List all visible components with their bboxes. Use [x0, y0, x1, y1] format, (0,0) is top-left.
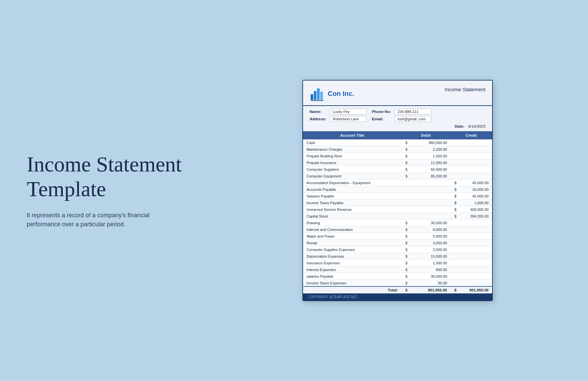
- date-label: Date:: [455, 124, 464, 128]
- account-cell: Depreciation Expenses: [303, 253, 402, 260]
- debit-cell: 11,000.00: [411, 159, 451, 166]
- table-row: Water and Power $ 5,000.00: [303, 233, 492, 240]
- total-debit: 901,955.00: [411, 286, 451, 293]
- debit-dollar-cell: [401, 213, 411, 220]
- debit-cell: 30,000.00: [411, 273, 451, 280]
- credit-dollar-cell: [450, 220, 460, 226]
- income-table: Account Title Debit Credit Cash $ 660,00…: [303, 131, 492, 293]
- credit-cell: [460, 246, 492, 253]
- table-row: Salaries Payable $ 45,000.00: [303, 193, 492, 200]
- credit-dollar-cell: [450, 266, 460, 273]
- debit-cell: 4,000.00: [411, 226, 451, 233]
- credit-cell: [460, 226, 492, 233]
- debit-dollar-cell: [401, 206, 411, 213]
- debit-dollar-cell: $: [401, 166, 411, 173]
- table-row: Rental $ 3,000.00: [303, 240, 492, 246]
- name-label: Name:: [310, 110, 330, 114]
- debit-dollar-cell: $: [401, 139, 411, 146]
- debit-cell: 5,000.00: [411, 233, 451, 240]
- account-cell: Computer Equipment: [303, 173, 402, 179]
- total-label-cell: Total:: [303, 286, 402, 293]
- credit-cell: [460, 280, 492, 287]
- account-cell: Drawing: [303, 220, 402, 226]
- table-row: Capital Stock $ 394,355.00: [303, 213, 492, 220]
- document: Con Inc. Income Statement Name: Lucky Fe…: [302, 80, 493, 301]
- debit-dollar-cell: $: [401, 159, 411, 166]
- debit-cell: 30,000.00: [411, 220, 451, 226]
- credit-dollar-cell: [450, 240, 460, 246]
- table-row: Income Taxes Expenses $ 95.00: [303, 280, 492, 287]
- debit-dollar-cell: $: [401, 266, 411, 273]
- credit-dollar-cell: [450, 139, 460, 146]
- account-cell: Water and Power: [303, 233, 402, 240]
- table-row: Drawing $ 30,000.00: [303, 220, 492, 226]
- credit-cell: [460, 273, 492, 280]
- address-row: Address: Robertson Lane Email: luck@gmai…: [310, 116, 485, 122]
- table-row: Computer Supplies Expenses $ 3,500.00: [303, 246, 492, 253]
- table-row: Computer Equipment $ 85,000.00: [303, 173, 492, 179]
- total-credit: 901,955.00: [460, 286, 492, 293]
- footer-bar: COPYRIGHT @TEMPLATE.NET: [303, 293, 492, 300]
- account-cell: Salaries Payable: [303, 193, 402, 200]
- account-cell: Insurance Expenses: [303, 260, 402, 266]
- credit-dollar-cell: $: [450, 193, 460, 200]
- account-cell: Computer Supplies Expenses: [303, 246, 402, 253]
- debit-cell: 95.00: [411, 280, 451, 287]
- debit-cell: 1,000.00: [411, 260, 451, 266]
- account-cell: Interest Expenses: [303, 266, 402, 273]
- debit-cell: 85,000.00: [411, 173, 451, 179]
- credit-cell: [460, 260, 492, 266]
- credit-cell: [460, 240, 492, 246]
- table-header-row: Account Title Debit Credit: [303, 132, 492, 139]
- left-panel: Income Statement Template It represents …: [0, 132, 207, 249]
- credit-dollar-cell: [450, 233, 460, 240]
- table-row: Cash $ 660,000.00: [303, 139, 492, 146]
- credit-dollar-cell: $: [450, 206, 460, 213]
- svg-rect-1: [314, 91, 316, 100]
- info-section: Name: Lucky Fey Phone No: 234-888-111 Ad…: [303, 106, 492, 131]
- debit-dollar-cell: [401, 200, 411, 206]
- credit-dollar-cell: [450, 280, 460, 287]
- credit-cell: [460, 153, 492, 159]
- svg-rect-3: [320, 92, 323, 100]
- table-row: Unearned Service Revenue $ 400,000.00: [303, 206, 492, 213]
- account-cell: Accumulated Depreciation - Equipment: [303, 179, 402, 186]
- debit-dollar-cell: $: [401, 146, 411, 153]
- debit-cell: 3,000.00: [411, 240, 451, 246]
- debit-dollar-cell: [401, 186, 411, 193]
- address-value: Robertson Lane: [330, 116, 366, 122]
- debit-dollar-cell: $: [401, 173, 411, 179]
- credit-dollar-cell: [450, 166, 460, 173]
- debit-dollar-cell: $: [401, 240, 411, 246]
- credit-dollar-cell: $: [450, 179, 460, 186]
- email-value: luck@gmail .com: [395, 116, 431, 122]
- credit-cell: [460, 159, 492, 166]
- debit-cell: 50,000.00: [411, 166, 451, 173]
- svg-rect-0: [311, 94, 313, 100]
- debit-cell: 15,000.00: [411, 253, 451, 260]
- debit-dollar-cell: $: [401, 260, 411, 266]
- col-account-title: Account Title: [303, 132, 402, 139]
- debit-dollar-cell: $: [401, 246, 411, 253]
- debit-dollar-cell: [401, 179, 411, 186]
- address-label: Address:: [310, 117, 330, 121]
- debit-cell: [411, 200, 451, 206]
- debit-cell: [411, 206, 451, 213]
- credit-dollar-cell: [450, 246, 460, 253]
- email-label: Email:: [372, 117, 395, 121]
- credit-cell: 394,355.00: [460, 213, 492, 220]
- credit-cell: [460, 266, 492, 273]
- credit-dollar-cell: [450, 226, 460, 233]
- table-row: Prepaid Insurance $ 11,000.00: [303, 159, 492, 166]
- svg-rect-2: [317, 89, 320, 100]
- name-value: Lucky Fey: [330, 109, 366, 115]
- debit-dollar-cell: [401, 193, 411, 200]
- account-cell: Prepaid Building Rent: [303, 153, 402, 159]
- debit-cell: 660.00: [411, 266, 451, 273]
- account-cell: Maintenance Charges: [303, 146, 402, 153]
- debit-cell: 2,200.00: [411, 146, 451, 153]
- debit-dollar-cell: $: [401, 253, 411, 260]
- account-cell: Income Taxes Expenses: [303, 280, 402, 287]
- credit-dollar-cell: [450, 173, 460, 179]
- copyright-text: COPYRIGHT @TEMPLATE.NET: [308, 295, 357, 299]
